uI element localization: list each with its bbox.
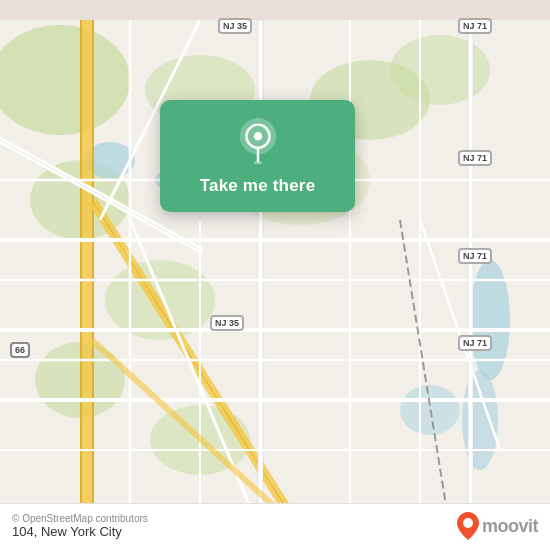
location-text: 104, New York City (12, 524, 148, 539)
svg-point-44 (463, 518, 473, 528)
moovit-text-label: moovit (482, 516, 538, 537)
take-me-there-label[interactable]: Take me there (200, 176, 316, 196)
svg-point-13 (462, 370, 498, 470)
bottom-left: © OpenStreetMap contributors 104, New Yo… (12, 513, 148, 539)
badge-nj71-mid-right: NJ 71 (458, 150, 492, 166)
moovit-pin-icon (457, 512, 479, 540)
badge-nj35-bottom: NJ 35 (210, 315, 244, 331)
location-pin-icon (234, 118, 282, 166)
badge-nj71-lower-right: NJ 71 (458, 248, 492, 264)
map-container: NJ 35 NJ 71 NJ 71 NJ 71 NJ 71 NJ 35 66 T… (0, 0, 550, 550)
popup-card[interactable]: Take me there (160, 100, 355, 212)
badge-nj71-bottom-right: NJ 71 (458, 335, 492, 351)
map-svg (0, 0, 550, 550)
svg-point-42 (253, 132, 261, 140)
bottom-bar: © OpenStreetMap contributors 104, New Yo… (0, 503, 550, 550)
svg-rect-21 (468, 20, 473, 530)
moovit-logo: moovit (457, 512, 538, 540)
svg-rect-20 (258, 20, 263, 530)
badge-nj71-top-right: NJ 71 (458, 18, 492, 34)
svg-rect-17 (92, 20, 94, 530)
badge-rt66: 66 (10, 342, 30, 358)
badge-nj35-top: NJ 35 (218, 18, 252, 34)
svg-rect-16 (80, 20, 82, 530)
attribution-text: © OpenStreetMap contributors (12, 513, 148, 524)
svg-point-5 (390, 35, 490, 105)
svg-point-43 (253, 161, 261, 164)
svg-point-12 (470, 260, 510, 380)
